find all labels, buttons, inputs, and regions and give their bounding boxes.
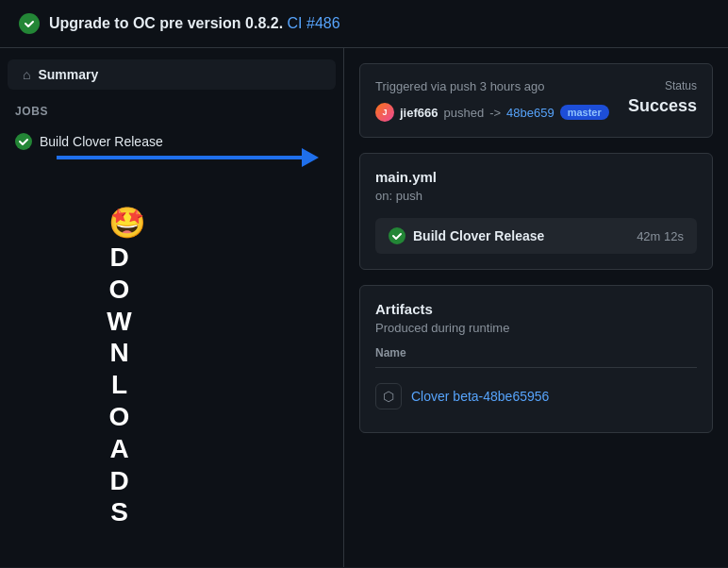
job-success-icon [15,133,32,150]
page-title: Upgrade to OC pre version 0.8.2. CI #486 [49,15,340,32]
workflow-trigger: on: push [375,189,697,203]
downloads-section: 🤩 DOWNLOADS [0,158,343,195]
build-job-row[interactable]: Build Clover Release 42m 12s [375,218,697,254]
arrow-line [57,156,302,159]
emoji-icon: 🤩 [108,205,146,241]
build-success-icon [389,227,405,244]
trigger-info-section: Triggered via push 3 hours ago J jief666… [375,79,609,122]
ci-link[interactable]: CI #486 [288,15,340,31]
sidebar: ⌂ Summary Jobs Build Clover Release 🤩 DO… [0,48,344,567]
summary-label: Summary [38,67,98,82]
status-label: Status [628,79,697,92]
trigger-push-info: J jief666 pushed -> 48be659 master [375,103,609,122]
artifact-row[interactable]: ⬡ Clover beta-48be65956 [375,376,697,417]
status-check-icon [19,13,40,34]
status-value: Success [628,96,697,116]
pushed-label: pushed [443,106,484,120]
package-icon: ⬡ [375,383,402,409]
artifacts-card: Artifacts Produced during runtime Name ⬡… [359,285,713,433]
job-name: Build Clover Release [40,134,163,149]
main-layout: ⌂ Summary Jobs Build Clover Release 🤩 DO… [0,48,728,567]
build-job-name: Build Clover Release [413,228,544,243]
trigger-card: Triggered via push 3 hours ago J jief666… [359,63,713,138]
home-icon: ⌂ [23,67,30,82]
arrow-head-icon [302,148,319,167]
trigger-info-text: Triggered via push 3 hours ago [375,79,609,93]
workflow-name: main.yml [375,169,697,185]
arrow-text: -> [489,106,501,120]
branch-badge[interactable]: master [560,105,609,120]
artifact-name: Clover beta-48be65956 [411,389,549,404]
status-section: Status Success [628,79,697,116]
jobs-section-label: Jobs [0,97,343,125]
artifacts-column-name: Name [375,346,697,368]
trigger-top: Triggered via push 3 hours ago J jief666… [375,79,697,122]
commit-hash[interactable]: 48be659 [506,106,554,120]
sidebar-item-summary[interactable]: ⌂ Summary [8,59,336,90]
page-header: Upgrade to OC pre version 0.8.2. CI #486 [0,0,728,48]
workflow-card: main.yml on: push Build Clover Release 4… [359,153,713,270]
user-avatar: J [375,103,394,122]
build-job-time: 42m 12s [637,229,684,243]
artifacts-subtitle: Produced during runtime [375,321,697,335]
downloads-text: DOWNLOADS [104,242,134,529]
arrow-indicator [57,148,319,167]
build-job-left: Build Clover Release [389,227,544,244]
right-panel: Triggered via push 3 hours ago J jief666… [344,48,728,567]
username-label: jief666 [400,106,438,120]
artifacts-title: Artifacts [375,301,697,317]
